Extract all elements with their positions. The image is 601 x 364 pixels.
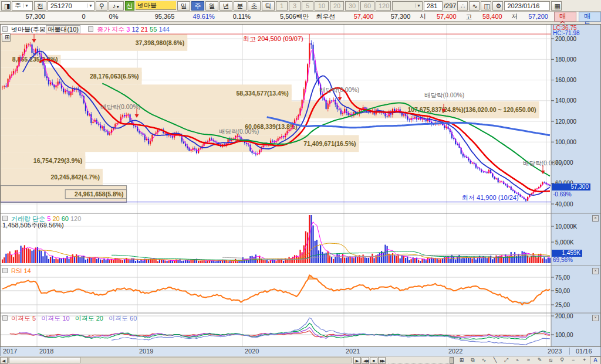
scrollbar-thumb[interactable] (9, 357, 80, 363)
legend-checkbox-icon[interactable] (2, 26, 8, 32)
sell-button[interactable]: 매도 (579, 12, 601, 22)
zoom-in-icon[interactable]: + (579, 356, 590, 364)
chart-area: 200,000180,000160,000140,000120,000100,0… (0, 24, 601, 347)
gear-icon[interactable]: ⚙ (492, 1, 503, 11)
disparity-60-label: 이격도 60 (109, 315, 137, 322)
buy-button[interactable]: 매수 (554, 12, 576, 22)
minute-1[interactable]: 1 (276, 1, 288, 11)
date-axis: 01/16 2017201820192020202120222023 (0, 347, 601, 356)
date-axis-year: 2021 (346, 348, 360, 355)
price-ma-144 (267, 117, 550, 135)
tab-second[interactable]: 초 (248, 1, 261, 11)
rewind-icon[interactable]: ◀◀ (362, 357, 369, 364)
svg-text:75,00: 75,00 (555, 274, 570, 281)
tab-week[interactable]: 주 (191, 1, 204, 11)
volume-ma-20 (38, 243, 550, 261)
quote-change: 0 (49, 13, 89, 20)
speed-slider[interactable] (389, 357, 454, 363)
svg-text:200,00: 200,00 (555, 313, 573, 319)
trendline-tool-icon[interactable]: ╲ (489, 356, 501, 364)
period-combo[interactable]: 주▼ (12, 1, 33, 11)
tab-year[interactable]: 년 (220, 1, 232, 11)
play-icon[interactable]: ▶ (353, 357, 361, 364)
wave-tool-icon[interactable]: ≈ (523, 356, 534, 364)
minute-20[interactable]: 20 (330, 1, 344, 11)
tab-tick[interactable]: 틱 (262, 1, 275, 11)
crossline-tool-icon[interactable]: ⤢ (501, 356, 512, 364)
grid-tool-icon[interactable]: ⊞ (456, 356, 467, 364)
chart-add-icon[interactable]: ∿ (469, 1, 480, 11)
tab-month[interactable]: 월 (205, 1, 218, 11)
chevron-down-icon: ▼ (87, 4, 93, 8)
zoom-tool-icon[interactable]: ⚲ (556, 356, 568, 364)
search-icon[interactable]: ⚲ (96, 1, 107, 11)
best-bid: 57,300 (377, 13, 414, 20)
volume-ma-60 (112, 251, 550, 260)
legend-ma-3: 3 (126, 26, 130, 33)
date-axis-year: 2018 (39, 348, 53, 355)
minute-10[interactable]: 10 (315, 1, 329, 11)
open-label: 시 (414, 12, 426, 21)
save-icon[interactable]: ◫ (481, 1, 491, 11)
slider-handle[interactable] (450, 357, 454, 364)
calendar-icon[interactable]: ▦ (551, 1, 562, 11)
jeon-button[interactable]: 전 (34, 1, 46, 11)
minute-120[interactable]: 120 (376, 1, 391, 11)
rsi-pane-close-icon[interactable]: × (592, 268, 599, 274)
best-quote-label: 최우선 (313, 12, 342, 21)
disparity-5-label: 이격도 5 (11, 315, 36, 322)
legend-checkbox-icon[interactable] (2, 216, 8, 221)
disparity-pane-close-icon[interactable]: × (592, 315, 599, 321)
new-stock-badge: 신 (125, 1, 134, 11)
svg-text:180,000: 180,000 (555, 56, 577, 63)
chart-scrollbar[interactable] (8, 357, 352, 363)
tab-minute[interactable]: 분 (234, 1, 247, 11)
indicator-tool-icon[interactable]: ∿ (478, 356, 489, 364)
legend-checkbox-icon[interactable] (2, 268, 8, 273)
main-toolbar: ◨ 주▼ 전 251270▼ ⚲ ♪▼ 신 넷마블 일 주 월 년 분 초 틱 … (0, 0, 601, 12)
chart-grid-icon[interactable]: ⊞ (2, 33, 11, 42)
legend-checkbox-icon[interactable] (2, 315, 8, 321)
disparity-20-label: 이격도 20 (75, 315, 103, 322)
pattern-tool-icon[interactable]: ⧅ (545, 356, 556, 364)
all-time-low-label: 최저 41,900 (10/24) (462, 193, 519, 202)
disparity-10-label: 이격도 10 (41, 315, 69, 322)
window-icon[interactable]: ◨ (1, 1, 11, 11)
legend-ma-12: 12 (131, 26, 139, 33)
date-axis-year: 2017 (3, 348, 17, 355)
minute-3[interactable]: 3 (289, 1, 300, 11)
bar-count-value: 281 (427, 2, 437, 9)
minute-5[interactable]: 5 (302, 1, 313, 11)
date-field[interactable]: 2023/01/16 (504, 1, 550, 11)
quote-bar: 57,300 0 0% 95,365 49.61% 0.11% 5,506백만 … (0, 12, 601, 22)
cascade-tool-icon[interactable]: ⧉ (467, 356, 478, 364)
sound-icon[interactable]: ♪▼ (109, 1, 124, 11)
tab-day[interactable]: 일 (177, 1, 190, 11)
text-tool-icon[interactable]: A (590, 356, 601, 364)
scroll-left-icon[interactable]: ◀ (0, 357, 8, 364)
stock-code-combo[interactable]: 251270▼ (48, 1, 94, 11)
minute-30[interactable]: 30 (345, 1, 359, 11)
date-value: 2023/01/16 (507, 2, 548, 9)
quote-amount: 5,506백만 (254, 12, 313, 21)
disparity-20-line (38, 323, 550, 339)
volume-pane-close-icon[interactable]: × (592, 215, 599, 222)
volume-badge: 1,459K (552, 250, 582, 257)
zoom-out-icon[interactable]: − (568, 356, 579, 364)
date-axis-current: 01/16 (569, 348, 601, 355)
open-price: 57,400 (426, 13, 460, 20)
compare-icon[interactable]: ∴ (457, 1, 468, 11)
draw-tool-icon[interactable]: ✎ (534, 356, 545, 364)
stop-icon[interactable]: ■ (370, 357, 377, 364)
rsi-plot: 75,0050,0025,00 (1, 274, 570, 308)
hline-tool-icon[interactable]: ⌁ (512, 356, 523, 364)
bar-count-input[interactable]: 281 (424, 1, 443, 11)
empty-combo[interactable]: ▼ (392, 1, 423, 11)
fast-forward-icon[interactable]: ▶▶ (378, 357, 386, 364)
quote-turnover: 0.11% (218, 13, 254, 20)
legend-ma-21: 21 (141, 26, 148, 33)
minute-60[interactable]: 60 (360, 1, 374, 11)
svg-text:58,334,577(13.4%): 58,334,577(13.4%) (236, 90, 288, 97)
svg-text:40,000: 40,000 (555, 201, 573, 207)
legend-checkbox-icon[interactable] (88, 26, 93, 32)
